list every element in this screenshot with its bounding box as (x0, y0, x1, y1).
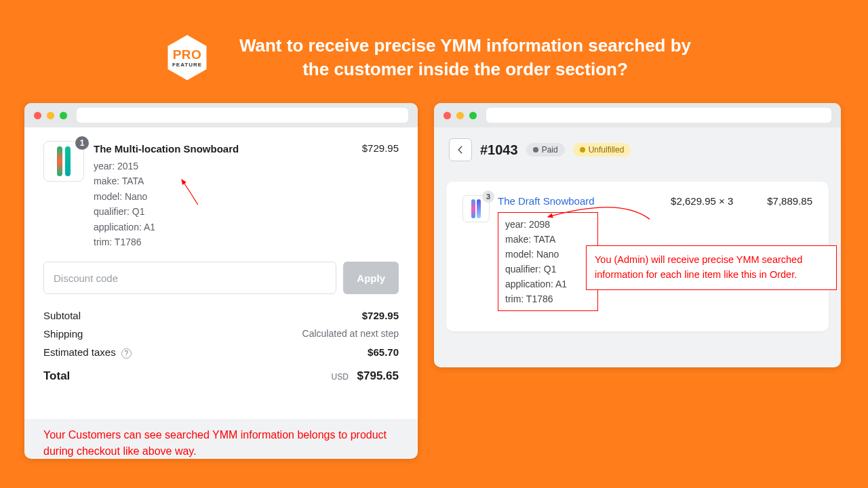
pro-feature-badge: PRO FEATURE (165, 33, 209, 83)
help-icon[interactable]: ? (121, 348, 132, 359)
close-dot-icon[interactable] (443, 112, 451, 119)
quantity-badge: 3 (482, 190, 494, 203)
order-line-total: $7,889.85 (767, 195, 812, 207)
checkout-line-item: 1 The Multi-location Snowboard year: 201… (43, 141, 399, 249)
discount-code-input[interactable] (43, 262, 336, 294)
attr-make: make: TATA (94, 174, 239, 188)
attr-make: make: TATA (505, 232, 591, 247)
attr-year: year: 2015 (94, 159, 239, 174)
attr-application: application: A1 (94, 220, 239, 235)
checkout-window: 1 The Multi-location Snowboard year: 201… (24, 103, 418, 459)
unfulfilled-badge: Unfulfilled (573, 143, 631, 157)
order-unit-price: $2,629.95 × 3 (671, 195, 733, 207)
line-price: $729.95 (362, 141, 399, 249)
attr-trim: trim: T1786 (94, 235, 239, 249)
url-bar[interactable] (486, 108, 831, 123)
subtotal-value: $729.95 (362, 310, 399, 321)
attr-year: year: 2098 (505, 217, 591, 232)
order-product-link[interactable]: The Draft Snowboard (498, 195, 663, 207)
total-currency: USD (331, 372, 348, 382)
paid-badge: Paid (526, 143, 565, 157)
close-dot-icon[interactable] (34, 112, 41, 119)
attr-trim: trim: T1786 (505, 291, 591, 306)
window-titlebar (434, 103, 841, 127)
tax-label: Estimated taxes ? (43, 346, 132, 359)
attr-model: model: Nano (505, 247, 591, 262)
url-bar[interactable] (77, 108, 408, 123)
subtotal-label: Subtotal (43, 310, 81, 321)
customer-annotation-text: Your Customers can see searched YMM info… (24, 419, 418, 459)
shipping-label: Shipping (43, 328, 83, 340)
attr-model: model: Nano (94, 189, 239, 204)
shipping-value: Calculated at next step (302, 328, 399, 340)
maximize-dot-icon[interactable] (469, 112, 477, 119)
order-admin-window: #1043 Paid Unfulfilled 3 The Draft Snowb… (434, 103, 841, 367)
badge-pro: PRO (173, 48, 202, 61)
maximize-dot-icon[interactable] (60, 112, 67, 119)
attr-qualifier: qualifier: Q1 (94, 204, 239, 219)
arrow-left-icon (456, 145, 465, 155)
tax-value: $65.70 (368, 346, 399, 359)
badge-feature: FEATURE (172, 62, 202, 68)
hero-headline: Want to receive precise YMM information … (228, 34, 703, 81)
back-button[interactable] (449, 138, 472, 161)
apply-button[interactable]: Apply (343, 262, 399, 294)
minimize-dot-icon[interactable] (456, 112, 464, 119)
attr-application: application: A1 (505, 277, 591, 291)
window-titlebar (24, 103, 418, 127)
total-label: Total (43, 369, 70, 383)
admin-annotation-text: You (Admin) will receive precise YMM sea… (586, 245, 837, 290)
ymm-info-box: year: 2098 make: TATA model: Nano qualif… (498, 212, 598, 311)
order-id: #1043 (480, 142, 518, 158)
product-title: The Multi-location Snowboard (94, 141, 239, 157)
minimize-dot-icon[interactable] (47, 112, 54, 119)
total-value: $795.65 (357, 369, 399, 382)
attr-qualifier: qualifier: Q1 (505, 262, 591, 277)
quantity-badge: 1 (75, 136, 89, 150)
